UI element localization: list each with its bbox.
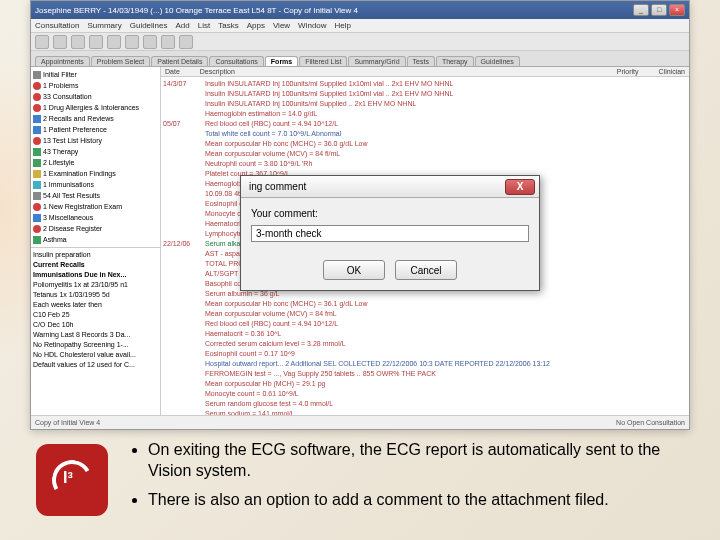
menu-item[interactable]: Consultation xyxy=(35,21,79,30)
row-date xyxy=(163,209,199,219)
toolbar-icon[interactable] xyxy=(125,35,139,49)
list-row[interactable]: Monocyte count = 0.61 10^9/L xyxy=(163,389,687,399)
dialog-body: Your comment: xyxy=(241,198,539,252)
row-desc: Mean corpuscular volume (MCV) = 84 fmL xyxy=(205,309,337,319)
comment-input[interactable] xyxy=(251,225,529,242)
menu-item[interactable]: Guidelines xyxy=(130,21,168,30)
immunisations-heading: Immunisations Due in Nex... xyxy=(33,270,158,280)
list-row[interactable]: Mean corpuscular volume (MCV) = 84 fmL xyxy=(163,309,687,319)
list-row[interactable]: Total white cell count = 7.0 10^9/L Abno… xyxy=(163,129,687,139)
row-date xyxy=(163,379,199,389)
tree-item[interactable]: 1 Examination Findings xyxy=(33,168,158,179)
toolbar-icon[interactable] xyxy=(161,35,175,49)
row-date xyxy=(163,199,199,209)
list-row[interactable]: Mean corpuscular Hb conc (MCHC) = 36.0 g… xyxy=(163,139,687,149)
row-date xyxy=(163,319,199,329)
tree-item[interactable]: 54 All Test Results xyxy=(33,190,158,201)
row-date xyxy=(163,339,199,349)
row-date xyxy=(163,169,199,179)
row-date xyxy=(163,409,199,415)
tab-therapy[interactable]: Therapy xyxy=(436,56,474,66)
tab-problem-select[interactable]: Problem Select xyxy=(91,56,150,66)
tree-label: 1 Examination Findings xyxy=(43,168,116,179)
menu-item[interactable]: Apps xyxy=(247,21,265,30)
row-desc: Insulin INSULATARD Inj 100units/ml Suppl… xyxy=(205,99,416,109)
tree-icon xyxy=(33,115,41,123)
list-row[interactable]: Hospital outward report... 2 Additional … xyxy=(163,359,687,369)
menu-item[interactable]: Summary xyxy=(87,21,121,30)
list-row[interactable]: FERROMEGIN test = ..., Vag Supply 250 ta… xyxy=(163,369,687,379)
row-date: 14/3/07 xyxy=(163,79,199,89)
menu-item[interactable]: Help xyxy=(335,21,351,30)
tree-item[interactable]: 1 New Registration Exam xyxy=(33,201,158,212)
menu-item[interactable]: Tasks xyxy=(218,21,238,30)
tree-icon xyxy=(33,71,41,79)
tree-item[interactable]: 1 Patient Preference xyxy=(33,124,158,135)
tree-item[interactable]: 43 Therapy xyxy=(33,146,158,157)
tree-item[interactable]: 2 Recalls and Reviews xyxy=(33,113,158,124)
list-row[interactable]: 05/07Red blood cell (RBC) count = 4.94 1… xyxy=(163,119,687,129)
menu-item[interactable]: List xyxy=(198,21,210,30)
tab-guidelines[interactable]: Guidelines xyxy=(475,56,520,66)
tree-item[interactable]: 1 Immunisations xyxy=(33,179,158,190)
toolbar-icon[interactable] xyxy=(107,35,121,49)
list-row[interactable]: Eosinophil count = 0.17 10^9 xyxy=(163,349,687,359)
list-row[interactable]: Mean corpuscular volume (MCV) = 84 fl/mL xyxy=(163,149,687,159)
menu-item[interactable]: Add xyxy=(176,21,190,30)
cancel-button[interactable]: Cancel xyxy=(395,260,457,280)
col-clinician: Clinician xyxy=(659,68,685,75)
minimize-button[interactable]: _ xyxy=(633,4,649,16)
list-row[interactable]: Red blood cell (RBC) count = 4.94 10^12/… xyxy=(163,319,687,329)
tree-item[interactable]: Asthma xyxy=(33,234,158,245)
tab-forms[interactable]: Forms xyxy=(265,56,298,66)
menu-item[interactable]: View xyxy=(273,21,290,30)
list-row[interactable]: Mean corpuscular Hb conc (MCHC) = 36.1 g… xyxy=(163,299,687,309)
ok-button[interactable]: OK xyxy=(323,260,385,280)
tab-appointments[interactable]: Appointments xyxy=(35,56,90,66)
tree-label: 43 Therapy xyxy=(43,146,78,157)
list-row[interactable]: Insulin INSULATARD Inj 100units/ml Suppl… xyxy=(163,89,687,99)
tree-item[interactable]: 2 Disease Register xyxy=(33,223,158,234)
toolbar-icon[interactable] xyxy=(35,35,49,49)
toolbar-icon[interactable] xyxy=(71,35,85,49)
list-row[interactable]: Serum sodium = 141 mmol/L xyxy=(163,409,687,415)
tree-item[interactable]: 1 Problems xyxy=(33,80,158,91)
tree-item[interactable]: 13 Test List History xyxy=(33,135,158,146)
list-row[interactable]: Neutrophil count = 3.80 10^9/L 'Rh xyxy=(163,159,687,169)
tree-item[interactable]: 3 Miscellaneous xyxy=(33,212,158,223)
list-row[interactable]: Serum random glucose test = 4.0 mmol/L xyxy=(163,399,687,409)
tab-summary-grid[interactable]: Summary/Grid xyxy=(348,56,405,66)
bullet-2: There is also an option to add a comment… xyxy=(148,490,690,511)
menu-item[interactable]: Window xyxy=(298,21,326,30)
tab-filtered-list[interactable]: Filtered List xyxy=(299,56,347,66)
insulin-label: Insulin preparation xyxy=(33,250,158,260)
row-date xyxy=(163,329,199,339)
list-row[interactable]: Haematocrit = 0.36 10^L xyxy=(163,329,687,339)
tab-tests[interactable]: Tests xyxy=(407,56,435,66)
tree-item[interactable]: 2 Lifestyle xyxy=(33,157,158,168)
close-button[interactable]: × xyxy=(669,4,685,16)
toolbar-icon[interactable] xyxy=(179,35,193,49)
tree-label: 2 Lifestyle xyxy=(43,157,75,168)
tree-item[interactable]: 33 Consultation xyxy=(33,91,158,102)
list-row[interactable]: Haemoglobin estimation = 14.0 g/dL xyxy=(163,109,687,119)
list-row[interactable]: 14/3/07Insulin INSULATARD Inj 100units/m… xyxy=(163,79,687,89)
comment-dialog: ing comment X Your comment: OK Cancel xyxy=(240,175,540,291)
tab-consultations[interactable]: Consultations xyxy=(209,56,263,66)
list-row[interactable]: Corrected serum calcium level = 3.28 mmo… xyxy=(163,339,687,349)
tab-patient-details[interactable]: Patient Details xyxy=(151,56,208,66)
sidebar-note: Warning Last 8 Records 3 Da... xyxy=(33,330,158,340)
list-row[interactable]: Insulin INSULATARD Inj 100units/ml Suppl… xyxy=(163,99,687,109)
tree-item[interactable]: 1 Drug Allergies & Intolerances xyxy=(33,102,158,113)
toolbar-icon[interactable] xyxy=(143,35,157,49)
tree-label: 2 Recalls and Reviews xyxy=(43,113,114,124)
tree-item[interactable]: Initial Filter xyxy=(33,69,158,80)
tree-icon xyxy=(33,159,41,167)
nav-tree: Initial Filter1 Problems33 Consultation1… xyxy=(31,67,160,247)
dialog-close-button[interactable]: X xyxy=(505,179,535,195)
list-row[interactable]: Mean corpuscular Hb (MCH) = 29.1 pg xyxy=(163,379,687,389)
maximize-button[interactable]: □ xyxy=(651,4,667,16)
toolbar-icon[interactable] xyxy=(53,35,67,49)
toolbar-icon[interactable] xyxy=(89,35,103,49)
tree-icon xyxy=(33,126,41,134)
